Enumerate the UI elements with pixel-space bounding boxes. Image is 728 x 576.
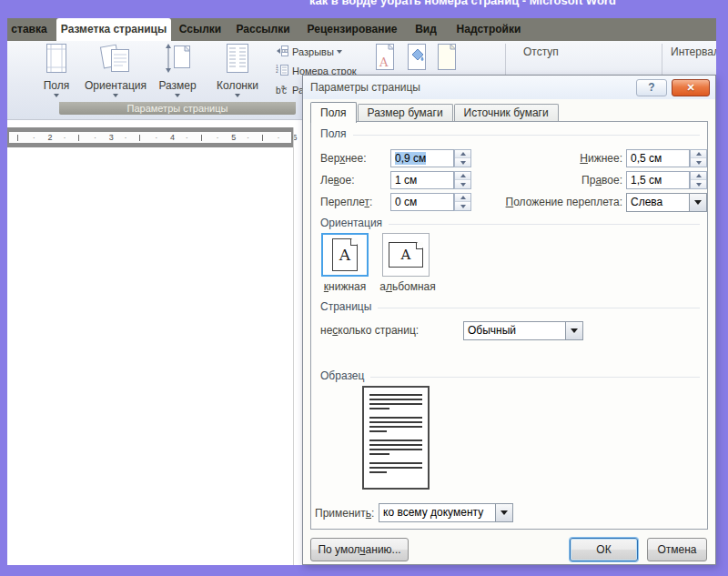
spin-down-button[interactable] — [455, 158, 470, 167]
preview-page — [362, 386, 430, 490]
columns-button[interactable]: Колонки — [206, 43, 269, 97]
portrait-button[interactable]: A — [321, 233, 369, 277]
spin-up-icon — [460, 152, 466, 156]
tab-mailings[interactable]: Рассылки — [235, 18, 291, 41]
combo-button[interactable] — [689, 194, 706, 211]
combo-button[interactable] — [495, 504, 512, 521]
preview-text-line — [369, 444, 422, 446]
multiple-pages-combo[interactable]: Обычный — [463, 321, 583, 340]
divider — [353, 135, 700, 136]
tab-review[interactable]: Рецензирование — [304, 18, 400, 41]
ruler-mark: · — [33, 132, 35, 143]
preview-text-line — [369, 435, 422, 437]
window-title: как в ворде убрать номера страниц - Micr… — [309, 0, 616, 7]
preview-caption-row: Образец — [320, 369, 700, 382]
indent-group-label: Отступ — [523, 45, 559, 58]
preview-text-line — [369, 399, 422, 400]
portrait-page-icon: A — [332, 238, 358, 271]
chevron-down-icon — [54, 94, 59, 97]
pages-caption-row: Страницы — [320, 300, 700, 313]
svg-text:a-: a- — [281, 84, 288, 90]
gutter-spinner[interactable] — [454, 193, 471, 211]
apply-to-combo[interactable]: ко всему документу — [379, 503, 513, 522]
ok-button[interactable]: ОК — [570, 538, 638, 561]
spin-down-icon — [460, 183, 466, 187]
page-setup-dialog: Параметры страницы ? ✕ Поля Размер бумаг… — [302, 75, 716, 565]
spin-up-button[interactable] — [691, 150, 706, 158]
spin-down-button[interactable] — [455, 180, 470, 188]
tab-references[interactable]: Ссылки — [178, 18, 222, 41]
line-numbers-icon: 1 2 — [276, 64, 289, 78]
tab-paper-source[interactable]: Источник бумаги — [454, 104, 559, 122]
spin-up-button[interactable] — [455, 172, 470, 180]
spin-down-icon — [460, 161, 466, 165]
ruler-mark — [139, 135, 140, 141]
margins-button[interactable]: Поля — [35, 43, 78, 97]
preview-caption: Образец — [320, 369, 364, 382]
divider — [378, 308, 700, 308]
ruler-mark: 4 — [170, 132, 175, 143]
chevron-down-icon — [571, 328, 578, 333]
gutter-input[interactable]: 0 см — [390, 193, 454, 211]
spin-up-button[interactable] — [455, 150, 470, 158]
combo-button[interactable] — [565, 322, 582, 339]
tab-insert[interactable]: ставка — [7, 18, 51, 41]
page-color-icon[interactable] — [404, 42, 430, 76]
top-margin-input[interactable]: 0,9 см — [390, 149, 454, 167]
spin-down-button[interactable] — [691, 158, 706, 167]
tab-page-frame: Поля Верхнее: 0,9 см Нижнее: 0,5 см Лево… — [310, 121, 708, 530]
bottom-margin-input[interactable]: 0,5 см — [626, 149, 690, 167]
bottom-margin-label: Нижнее: — [493, 149, 622, 167]
preview-text-line — [369, 458, 422, 460]
horizontal-ruler[interactable]: ·2··3··4··5··6 — [7, 127, 293, 147]
ruler-mark: 3 — [109, 132, 114, 143]
spin-up-button[interactable] — [455, 194, 470, 202]
ruler-mark: 2 — [48, 132, 53, 143]
cancel-button[interactable]: Отмена — [647, 538, 707, 561]
left-margin-spinner[interactable] — [454, 171, 471, 189]
orientation-caption: Ориентация — [320, 217, 382, 229]
landscape-button[interactable]: A — [382, 233, 430, 277]
right-margin-label: Правое: — [493, 171, 622, 189]
page-fold — [351, 238, 358, 245]
gutter-position-combo[interactable]: Слева — [626, 193, 707, 212]
size-button[interactable]: Размер — [153, 43, 202, 97]
preview-text-line — [369, 440, 422, 441]
tab-view[interactable]: Вид — [410, 18, 442, 41]
margins-icon — [43, 43, 70, 77]
margins-caption-row: Поля — [320, 127, 700, 140]
ruler-mark: · — [247, 132, 249, 143]
spin-down-button[interactable] — [455, 202, 470, 210]
spin-up-button[interactable] — [691, 172, 706, 180]
tab-page-layout[interactable]: Разметка страницы — [56, 18, 171, 41]
dialog-title: Параметры страницы — [310, 81, 636, 94]
preview-text-line — [369, 408, 389, 409]
breaks-button[interactable]: Разрывы — [276, 45, 342, 59]
right-margin-spinner[interactable] — [690, 171, 707, 189]
preview-text-line — [369, 430, 387, 432]
close-button[interactable]: ✕ — [672, 79, 710, 96]
top-margin-spinner[interactable] — [454, 149, 471, 167]
page-borders-icon[interactable] — [435, 42, 459, 76]
tab-paper-size[interactable]: Размер бумаги — [358, 104, 453, 122]
help-button[interactable]: ? — [636, 79, 667, 96]
bottom-margin-spinner[interactable] — [690, 149, 707, 167]
left-margin-label: Левое: — [320, 171, 355, 189]
orientation-button[interactable]: Ориентация — [82, 43, 149, 97]
preview-text-line — [369, 467, 422, 469]
left-margin-input[interactable]: 1 см — [390, 171, 454, 189]
right-margin-input[interactable]: 1,5 см — [626, 171, 690, 189]
watermark-icon[interactable]: A — [373, 42, 397, 76]
dialog-title-bar: Параметры страницы ? ✕ — [303, 76, 715, 99]
portrait-label: книжная — [314, 280, 376, 293]
spin-down-icon — [696, 183, 702, 187]
columns-icon — [224, 43, 251, 77]
ruler-mark: 5 — [231, 132, 236, 143]
tab-margins[interactable]: Поля — [310, 102, 357, 123]
tab-addins[interactable]: Надстройки — [455, 18, 522, 41]
spin-down-button[interactable] — [691, 180, 706, 188]
default-button[interactable]: По умолчанию... — [310, 538, 409, 561]
chevron-down-icon — [694, 200, 702, 205]
hyphenation-icon: b c a- — [276, 83, 289, 97]
chevron-down-icon — [175, 94, 180, 97]
